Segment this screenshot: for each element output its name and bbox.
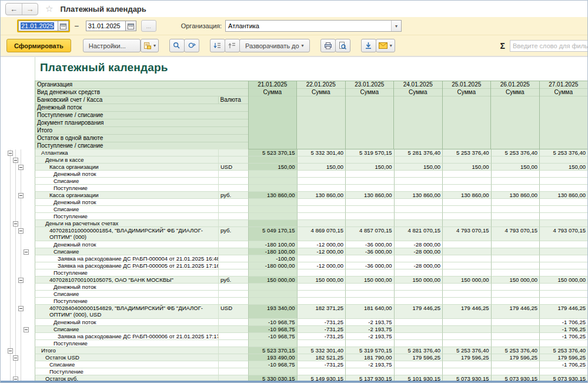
- currency-cell[interactable]: [218, 185, 248, 192]
- table-row[interactable]: 40702810100000001854, "ВЛАДИМИРСКИЙ" ФБ …: [1, 227, 587, 241]
- row-label[interactable]: Денежный поток: [35, 319, 218, 326]
- table-row[interactable]: Списание-10 968,75-731,25-2 193,75-1 706…: [1, 361, 587, 368]
- row-label[interactable]: Поступление: [35, 185, 218, 192]
- currency-cell[interactable]: [218, 262, 248, 269]
- value-cell[interactable]: [297, 213, 346, 220]
- row-label[interactable]: 40702840400000154829, "ВЛАДИМИРСКИЙ" ФБ …: [35, 305, 218, 319]
- collapse-icon[interactable]: [18, 165, 24, 170]
- column-sum-label[interactable]: Сумма: [540, 89, 588, 96]
- table-row[interactable]: Касса организацииUSD150,00150,00150,0015…: [1, 164, 587, 171]
- value-cell[interactable]: -36 000,00: [345, 248, 394, 255]
- column-sum-label[interactable]: Сумма: [346, 89, 394, 96]
- column-date[interactable]: 26.01.2025: [491, 81, 539, 89]
- value-cell[interactable]: [442, 284, 491, 291]
- collapse-icon[interactable]: [18, 306, 24, 311]
- value-cell[interactable]: 150 000,00: [248, 277, 297, 284]
- value-cell[interactable]: [539, 255, 587, 262]
- table-row[interactable]: Остаток USD193 490,00182 521,25181 790,0…: [1, 354, 587, 361]
- value-cell[interactable]: 5 523 370,15: [248, 347, 297, 354]
- value-cell[interactable]: [442, 298, 491, 305]
- value-cell[interactable]: 179 596,25: [491, 354, 540, 361]
- value-cell[interactable]: 150 000,00: [394, 277, 443, 284]
- value-cell[interactable]: -36 000,00: [345, 262, 394, 269]
- value-cell[interactable]: [442, 213, 491, 220]
- column-date[interactable]: 24.01.2025: [394, 81, 442, 89]
- table-row[interactable]: Списание: [1, 178, 587, 185]
- collapse-icon[interactable]: [24, 327, 29, 332]
- currency-cell[interactable]: USD: [218, 164, 248, 171]
- value-cell[interactable]: [248, 340, 297, 347]
- value-cell[interactable]: [442, 340, 491, 347]
- row-label[interactable]: Денежный поток: [35, 284, 218, 291]
- header-row[interactable]: Банковский счет / КассаВалюта: [35, 96, 248, 104]
- value-cell[interactable]: [394, 178, 443, 185]
- currency-cell[interactable]: [218, 347, 248, 354]
- table-row[interactable]: Деньги в кассе: [1, 156, 587, 164]
- currency-cell[interactable]: [218, 206, 248, 213]
- table-row[interactable]: Поступление: [1, 368, 587, 375]
- period-more-button[interactable]: ...: [141, 20, 156, 32]
- value-cell[interactable]: 4 869 070,15: [297, 227, 346, 241]
- print-preview-button[interactable]: [335, 39, 350, 52]
- value-cell[interactable]: 179 596,25: [442, 354, 491, 361]
- value-cell[interactable]: -12 000,00: [297, 248, 346, 255]
- value-cell[interactable]: [491, 298, 540, 305]
- value-cell[interactable]: [248, 185, 297, 192]
- date-column-header[interactable]: 27.01.2025Сумма: [539, 81, 588, 149]
- value-cell[interactable]: [539, 220, 587, 227]
- value-cell[interactable]: [394, 269, 443, 277]
- report-variant-button[interactable]: ▾: [141, 39, 159, 52]
- value-cell[interactable]: [491, 185, 540, 192]
- currency-cell[interactable]: [218, 149, 248, 156]
- currency-cell[interactable]: [218, 340, 248, 347]
- value-cell[interactable]: [442, 291, 491, 298]
- table-row[interactable]: Атлантика5 523 370,155 332 301,405 319 5…: [1, 149, 587, 156]
- value-cell[interactable]: [394, 333, 443, 340]
- value-cell[interactable]: [491, 206, 540, 213]
- value-cell[interactable]: [297, 171, 346, 178]
- currency-cell[interactable]: руб.: [218, 277, 248, 284]
- row-label[interactable]: Поступление: [35, 340, 218, 347]
- row-label[interactable]: Поступление: [35, 213, 218, 220]
- currency-cell[interactable]: [218, 255, 248, 262]
- row-label[interactable]: Денежный поток: [35, 241, 218, 248]
- value-cell[interactable]: 193 340,00: [248, 305, 297, 319]
- table-row[interactable]: 40702810700100105075, ОАО "БАНК МОСКВЫ"р…: [1, 277, 587, 284]
- table-row[interactable]: Заявка на расходование ДС РАБП-000005 от…: [1, 262, 587, 269]
- row-label[interactable]: Заявка на расходование ДС РАБП-000004 от…: [35, 255, 218, 262]
- value-cell[interactable]: -10 968,75: [248, 319, 297, 326]
- value-cell[interactable]: 5 332 301,40: [297, 347, 346, 354]
- currency-header-cell[interactable]: Валюта: [218, 96, 248, 104]
- search-button[interactable]: [169, 39, 185, 52]
- value-cell[interactable]: [491, 319, 540, 326]
- row-label[interactable]: Деньги на расчетных счетах: [35, 220, 218, 227]
- value-cell[interactable]: 150,00: [394, 164, 443, 171]
- value-cell[interactable]: 4 793 070,15: [491, 227, 540, 241]
- value-cell[interactable]: [345, 291, 394, 298]
- column-date[interactable]: 27.01.2025: [540, 81, 588, 89]
- value-cell[interactable]: [345, 213, 394, 220]
- header-row-label[interactable]: Вид денежных средств: [35, 89, 248, 96]
- value-cell[interactable]: 4 857 070,15: [345, 227, 394, 241]
- value-cell[interactable]: [442, 255, 491, 262]
- value-cell[interactable]: 5 253 376,40: [442, 149, 491, 156]
- value-cell[interactable]: [442, 319, 491, 326]
- currency-cell[interactable]: [218, 291, 248, 298]
- expand-groups-button[interactable]: [210, 39, 225, 52]
- value-cell[interactable]: [491, 269, 540, 277]
- value-cell[interactable]: 130 860,00: [539, 192, 587, 199]
- row-label[interactable]: Итого: [35, 347, 218, 354]
- value-cell[interactable]: 130 860,00: [345, 192, 394, 199]
- value-cell[interactable]: [248, 206, 297, 213]
- value-cell[interactable]: [539, 248, 587, 255]
- value-cell[interactable]: -12 000,00: [297, 241, 346, 248]
- date-to-field[interactable]: 31.01.2025: [86, 21, 136, 31]
- table-row[interactable]: Списание: [1, 291, 587, 298]
- favorite-star-icon[interactable]: ☆: [45, 4, 53, 14]
- column-sum-label[interactable]: Сумма: [491, 89, 539, 96]
- value-cell[interactable]: 130 860,00: [394, 192, 443, 199]
- generate-button[interactable]: Сформировать: [6, 39, 71, 52]
- header-row[interactable]: Документ планирования: [35, 119, 248, 127]
- table-row[interactable]: Заявка на расходование ДС РАБП-000006 от…: [1, 333, 587, 340]
- value-cell[interactable]: -731,25: [297, 361, 346, 368]
